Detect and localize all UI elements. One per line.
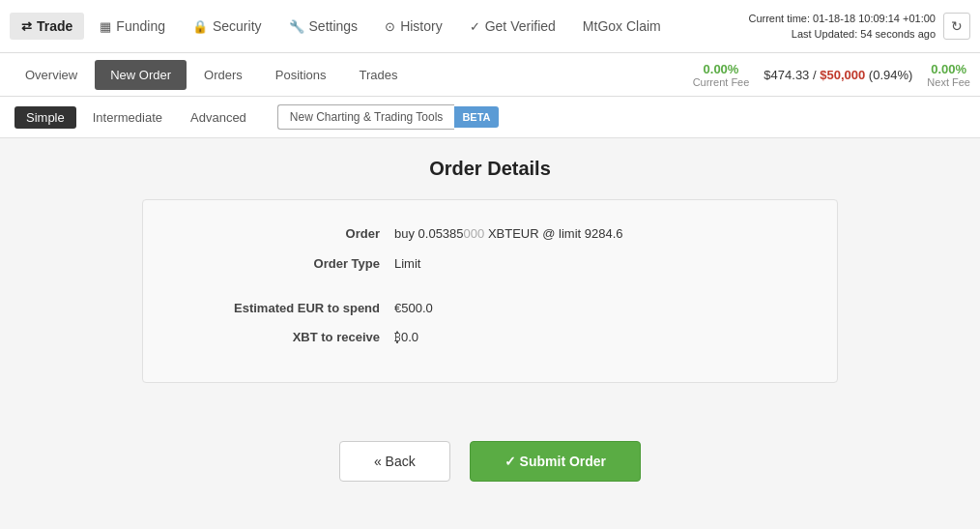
order-details-box: Order buy 0.05385000 XBTEUR @ limit 9284…	[142, 199, 838, 383]
settings-icon: 🔧	[289, 19, 304, 34]
next-fee-label: Next Fee	[927, 76, 970, 88]
nav-get-verified[interactable]: ✓ Get Verified	[458, 13, 567, 40]
action-buttons: « Back ✓ Submit Order	[19, 441, 961, 482]
funding-icon: ▦	[100, 19, 111, 34]
order-value: buy 0.05385000 XBTEUR @ limit 9284.6	[394, 224, 798, 245]
nav-funding[interactable]: ▦ Funding	[88, 13, 177, 40]
order-type-label: Order Type	[182, 254, 394, 275]
next-fee-info: 0.00% Next Fee	[927, 62, 970, 88]
fee-balance-info: 0.00% Current Fee $474.33 / $50,000 (0.9…	[693, 62, 970, 88]
security-icon: 🔒	[192, 19, 208, 34]
current-fee-label: Current Fee	[693, 76, 750, 88]
charting-tools-button: New Charting & Trading Tools BETA	[277, 104, 499, 130]
nav-history[interactable]: ⊙ History	[373, 13, 454, 40]
charting-tools-main[interactable]: New Charting & Trading Tools	[277, 104, 455, 130]
estimated-eur-label: Estimated EUR to spend	[182, 299, 394, 319]
main-content: Order Details Order buy 0.05385000 XBTEU…	[0, 138, 980, 520]
second-navigation: Overview New Order Orders Positions Trad…	[0, 53, 980, 97]
trade-icon: ⇄	[21, 19, 32, 34]
tab-simple[interactable]: Simple	[14, 106, 76, 129]
balance-display: $474.33 / $50,000 (0.94%)	[764, 68, 912, 82]
nav-trade[interactable]: ⇄ Trade	[10, 13, 84, 40]
tab-positions[interactable]: Positions	[260, 60, 342, 90]
refresh-button[interactable]: ↻	[943, 13, 970, 40]
nav-settings[interactable]: 🔧 Settings	[277, 13, 370, 40]
beta-badge[interactable]: BETA	[454, 106, 498, 128]
page-tabs: Overview New Order Orders Positions Trad…	[10, 60, 693, 90]
estimated-eur-row: Estimated EUR to spend €500.0	[182, 299, 798, 319]
next-fee-pct: 0.00%	[927, 62, 970, 76]
tab-orders[interactable]: Orders	[188, 60, 258, 90]
estimated-eur-value: €500.0	[394, 299, 798, 319]
order-type-value: Limit	[394, 254, 798, 275]
current-fee-info: 0.00% Current Fee	[693, 62, 750, 88]
order-type-row: Order Type Limit	[182, 254, 798, 275]
nav-mtgox[interactable]: MtGox Claim	[571, 13, 673, 40]
xbt-receive-row: XBT to receive ₿0.0	[182, 328, 798, 348]
tab-new-order[interactable]: New Order	[95, 60, 187, 90]
submit-order-button[interactable]: ✓ Submit Order	[470, 441, 641, 482]
xbt-receive-label: XBT to receive	[182, 328, 394, 348]
tab-overview[interactable]: Overview	[10, 60, 93, 90]
current-fee-pct: 0.00%	[693, 62, 750, 76]
tab-intermediate[interactable]: Intermediate	[81, 106, 174, 129]
history-icon: ⊙	[385, 19, 395, 34]
tab-advanced[interactable]: Advanced	[179, 106, 258, 129]
back-button[interactable]: « Back	[339, 441, 450, 482]
time-info: Current time: 01-18-18 10:09:14 +01:00 L…	[748, 11, 936, 43]
top-nav-right: Current time: 01-18-18 10:09:14 +01:00 L…	[748, 11, 970, 43]
order-details-title: Order Details	[19, 158, 961, 180]
verified-icon: ✓	[470, 19, 480, 34]
tab-trades[interactable]: Trades	[344, 60, 414, 90]
top-nav-links: ⇄ Trade ▦ Funding 🔒 Security 🔧 Settings …	[10, 13, 748, 40]
order-row: Order buy 0.05385000 XBTEUR @ limit 9284…	[182, 224, 798, 245]
order-label: Order	[182, 224, 394, 245]
top-navigation: ⇄ Trade ▦ Funding 🔒 Security 🔧 Settings …	[0, 0, 980, 53]
nav-security[interactable]: 🔒 Security	[181, 13, 274, 40]
xbt-receive-value: ₿0.0	[394, 328, 798, 348]
order-type-tabs: Simple Intermediate Advanced New Chartin…	[0, 97, 980, 138]
